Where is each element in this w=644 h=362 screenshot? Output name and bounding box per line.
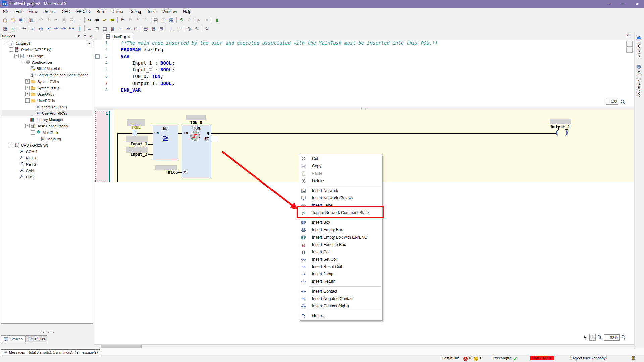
context-menu-item-go-to[interactable]: Go to... [299,312,382,319]
scrollbar-thumb[interactable] [101,345,142,348]
ton-box[interactable]: TON IN Q ET PT [182,125,211,178]
editor-zoom-icon[interactable] [620,99,626,105]
context-menu-item-insert-contact-right[interactable]: Insert Contact (right) [299,302,382,310]
view-network-list-button[interactable]: ▤ [142,25,150,32]
line-gutter[interactable]: 7 [94,80,111,87]
zoom-tool-button[interactable]: ◎ [185,25,193,32]
editor-side-button-2[interactable] [626,47,633,53]
insert-reset-coil-button[interactable]: (R) [45,25,52,32]
collapse-icon[interactable]: − [25,98,30,103]
align-bottom-button[interactable]: ⊥ [167,25,175,32]
menu-project[interactable]: Project [40,8,59,15]
operand-comment-placeholder[interactable] [155,165,177,170]
collapse-icon[interactable]: − [25,124,30,128]
tab-io-simulator[interactable]: I/O Simulator [634,62,644,97]
collapse-icon[interactable]: − [20,60,24,64]
menu-fbd-ld[interactable]: FBD/LD [73,8,94,15]
collapse-icon[interactable]: − [4,41,8,45]
insert-negated-contact-button[interactable]: ⊣/⊢ [60,25,68,32]
line-gutter[interactable]: −3 [94,53,111,60]
menu-edit[interactable]: Edit [12,8,26,15]
menu-online[interactable]: Online [108,8,126,15]
line-gutter[interactable]: 5 [94,66,111,73]
contact-operand[interactable]: TRUE [127,125,145,130]
tree-item-plc-logic[interactable]: −PLC Logic [1,53,93,59]
ge-input2-operand[interactable]: Input_2 [126,152,147,157]
context-menu-item-copy[interactable]: Copy [299,162,382,170]
menu-tools[interactable]: Tools [144,8,159,15]
collapse-icon[interactable]: − [9,47,13,52]
line-gutter[interactable]: 2 [94,46,111,53]
messages-summary[interactable]: Messages - Total 0 error(s), 1 warning(s… [1,349,100,355]
menu-view[interactable]: View [26,8,40,15]
collapse-icon[interactable]: − [31,130,35,135]
tab-devices[interactable]: Devices [1,335,26,342]
clear-bookmarks-button[interactable]: ⚐ [142,16,150,23]
tab-close-icon[interactable]: × [128,35,130,39]
menu-file[interactable]: File [0,8,12,15]
toggle-network-comment-state-button[interactable]: (*) [9,25,17,32]
context-menu-item-insert-return[interactable]: RETInsert Return [299,278,382,285]
tree-item-usergvls[interactable]: +UserGVLs [1,91,93,97]
code-line-8[interactable]: 8END_VAR [94,87,634,93]
open-project-button[interactable]: ▨ [9,16,17,23]
context-menu-item-insert-network[interactable]: Insert Network [299,187,382,194]
tree-item-userpous[interactable]: −UserPOUs [1,97,93,104]
insert-empty-box-button[interactable]: ◻ [93,25,101,32]
insert-coil-button[interactable]: ( ) [29,25,37,32]
find-button[interactable]: ∞ [86,16,93,23]
context-menu-item-insert-label[interactable]: Insert Label [299,202,382,209]
context-menu-item-cut[interactable]: Cut [299,155,382,162]
next-bookmark-button[interactable]: ⚑ [134,16,142,23]
code-line-1[interactable]: 1(*The main code inserted by the user an… [94,40,634,46]
tab-pous[interactable]: POUs [26,335,47,342]
network-margin[interactable]: 1 [95,111,109,182]
expand-icon[interactable]: + [25,79,30,84]
context-menu-item-insert-empty-box[interactable]: ?Insert Empty Box [299,226,382,234]
line-gutter[interactable]: 8 [94,87,111,93]
context-menu-item-delete[interactable]: Delete [299,177,382,185]
ton-instance-name[interactable]: TON_0 [182,120,210,125]
insert-contact-right-button[interactable]: ⊢⊣ [68,25,76,32]
copy-button[interactable]: ▣ [60,16,68,23]
minimize-button[interactable]: ─ [602,0,616,8]
editor-zoom-value[interactable]: 130 [606,99,618,105]
tree-item-systempous[interactable]: +SystemPOUs [1,85,93,91]
logout-button[interactable]: ⚙ [185,16,193,23]
tree-item-bill-of-materials[interactable]: Bill of Materials [1,65,93,72]
coil-symbol[interactable]: ( ) [555,128,571,136]
select-pointer-icon[interactable] [582,334,588,340]
menu-cfc[interactable]: CFC [59,8,73,15]
redo-button[interactable]: ↷ [45,16,52,23]
code-line-7[interactable]: 7 Output_1: BOOL; [94,80,634,87]
code-editor[interactable]: 130 1(*The main code inserted by the use… [94,40,634,107]
tab-toolbox[interactable]: ToolBox [634,32,644,57]
collapse-icon[interactable]: − [9,143,13,147]
pane-menu-icon[interactable]: ▼ [77,34,80,38]
undo-button[interactable]: ↶ [37,16,45,23]
ge-box[interactable]: GE EN ≥ [153,125,178,160]
panel-splitter-handle[interactable]: ········· [0,331,94,335]
previous-bookmark-button[interactable]: ⚑ [127,16,134,23]
editor-side-button-1[interactable] [626,41,633,47]
context-menu-item-insert-coil[interactable]: ( )Insert Coil [299,248,382,256]
tab-userprg[interactable]: UserPrg × [103,33,133,40]
new-project-button[interactable]: ▢ [1,16,9,23]
line-gutter[interactable]: 4 [94,60,111,66]
tree-item-userprg-prg[interactable]: UserPrg (PRG) [1,110,93,116]
print-button[interactable]: ▥ [27,16,35,23]
tree-item-untitled1[interactable]: −Untitled1 [1,40,93,46]
tree-item-systemgvls[interactable]: +SystemGVLs [1,78,93,85]
context-menu-item-insert-jump[interactable]: Insert Jump [299,270,382,278]
tree-item-net-1[interactable]: NET 1 [1,155,93,161]
maximize-button[interactable]: □ [616,0,630,8]
tree-item-mainprg[interactable]: MainPrg [1,136,93,142]
insert-box-with-en-eno-button[interactable]: ◫ [101,25,109,32]
paste-special-button[interactable]: ▤ [152,16,160,23]
tree-item-device-xf325-w[interactable]: −Device (XF325-W) [1,46,93,53]
select-tool-button[interactable]: ↖ [193,25,201,32]
context-menu-item-insert-execute-box[interactable]: ExInsert Execute Box [299,241,382,248]
tree-item-can[interactable]: CAN [1,167,93,174]
view-grid-button[interactable]: ▦ [150,25,157,32]
ladder-zoom-icon[interactable] [621,334,627,340]
